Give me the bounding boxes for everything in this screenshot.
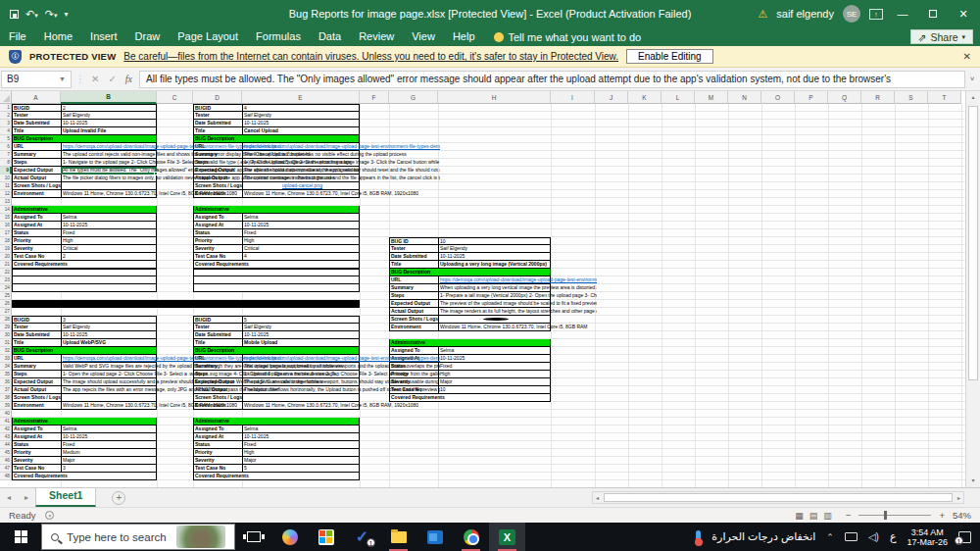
sheet-row[interactable] bbox=[12, 410, 157, 418]
language-indicator[interactable]: ع bbox=[890, 530, 897, 543]
sheet-row[interactable]: EnvironmentWindows 11 Home, Chrome 130.0… bbox=[389, 324, 551, 331]
name-box[interactable]: B9▼ bbox=[1, 71, 72, 88]
row-header-14[interactable]: 14 bbox=[0, 206, 12, 214]
sheet-row[interactable]: SeverityCritical bbox=[12, 245, 157, 253]
column-header-H[interactable]: H bbox=[438, 91, 551, 104]
screenshot-link[interactable]: upload-cancel.png bbox=[282, 182, 322, 188]
sheet-row[interactable]: Administrative bbox=[12, 206, 157, 214]
sheet-row[interactable]: Expected OutputThe image should upload s… bbox=[12, 378, 157, 386]
sheet-row[interactable]: URLhttps://demoqa.com/upload-download/im… bbox=[389, 276, 551, 284]
start-button[interactable] bbox=[0, 523, 41, 551]
sheet-row[interactable]: Assigned At10-11-2025 bbox=[193, 222, 360, 229]
row-header-45[interactable]: 45 bbox=[0, 449, 12, 457]
sheet-row[interactable] bbox=[193, 284, 360, 292]
value-cell[interactable]: Mobile Upload bbox=[243, 339, 361, 346]
sheet-row[interactable]: Assigned At10-11-2025 bbox=[193, 433, 360, 441]
value-cell[interactable]: Uploading a very long image (Vertical 20… bbox=[439, 261, 552, 268]
value-cell[interactable]: Major bbox=[243, 457, 361, 464]
sheet-row[interactable]: EnvironmentWindows 11 Home, Chrome 130.0… bbox=[12, 402, 157, 410]
sheet-row[interactable]: Covered Requirements bbox=[193, 261, 360, 269]
value-cell[interactable]: Fixed bbox=[243, 441, 361, 448]
sheet-row[interactable]: Screen Shots / Logs bbox=[389, 316, 551, 324]
sheet-row[interactable]: TesterSaif Elgendy bbox=[193, 112, 360, 120]
value-cell[interactable]: The preview of the uploaded image should… bbox=[439, 300, 552, 307]
row-header-34[interactable]: 34 bbox=[0, 363, 12, 371]
row-header-24[interactable]: 24 bbox=[0, 284, 12, 292]
row-header-13[interactable]: 13 bbox=[0, 198, 12, 206]
zoom-level[interactable]: 54% bbox=[953, 510, 971, 521]
row-header-29[interactable]: 29 bbox=[0, 324, 12, 331]
value-cell[interactable]: Selma bbox=[439, 347, 552, 354]
restore-button[interactable] bbox=[922, 8, 944, 20]
column-header-P[interactable]: P bbox=[795, 91, 828, 104]
chrome-button[interactable] bbox=[453, 523, 489, 551]
sheet-row[interactable]: BUGID5 bbox=[193, 316, 360, 324]
value-cell[interactable]: Critical bbox=[243, 245, 361, 252]
vertical-scrollbar[interactable]: ▴ ▾ bbox=[965, 91, 980, 487]
sheet-row[interactable]: BUG Description bbox=[193, 135, 360, 143]
row-header-44[interactable]: 44 bbox=[0, 441, 12, 449]
column-header-T[interactable]: T bbox=[928, 91, 961, 104]
tab-page-layout[interactable]: Page Layout bbox=[169, 27, 247, 46]
value-cell[interactable]: The image should upload successfully and… bbox=[62, 378, 158, 385]
sheet-row[interactable] bbox=[12, 276, 157, 284]
sheet-row[interactable]: Actual OutputThe app rejects the files w… bbox=[12, 386, 157, 394]
sheet-row[interactable]: BUG ID10 bbox=[389, 237, 551, 245]
row-header-27[interactable]: 27 bbox=[0, 308, 12, 316]
value-cell[interactable] bbox=[62, 394, 158, 401]
search-highlight-image[interactable] bbox=[176, 526, 225, 548]
sheet-row[interactable] bbox=[12, 284, 157, 292]
column-header-F[interactable]: F bbox=[360, 91, 389, 104]
value-cell[interactable]: The upload should stop immediately, the … bbox=[243, 167, 361, 174]
value-cell[interactable]: 10-11-2025 bbox=[243, 331, 361, 338]
value-cell[interactable]: 10 bbox=[439, 238, 552, 244]
row-header-10[interactable]: 10 bbox=[0, 175, 12, 182]
sheet-row[interactable]: Assigned ToSelma bbox=[12, 426, 157, 433]
value-cell[interactable]: 10-11-2025 bbox=[243, 120, 361, 126]
value-cell[interactable]: Medium bbox=[62, 449, 158, 456]
sheet-row[interactable]: PriorityHigh bbox=[12, 237, 157, 245]
value-cell[interactable]: 1- Open the upload page 2- Click Choose … bbox=[62, 371, 158, 377]
value-cell[interactable]: The layout overflows horizontally, the U… bbox=[243, 386, 361, 393]
sheet-row[interactable]: Test Case No2 bbox=[12, 253, 157, 261]
sheet-row[interactable]: Steps1- Open the upload page 2- Click Ch… bbox=[12, 371, 157, 378]
value-cell[interactable]: Major bbox=[62, 457, 158, 464]
sheet-row[interactable]: StatusFixed bbox=[12, 229, 157, 237]
value-cell[interactable]: Saif Elgendy bbox=[243, 112, 361, 119]
sheet-row[interactable]: TitleMobile Upload bbox=[193, 339, 360, 347]
sheet-row[interactable] bbox=[12, 198, 157, 206]
column-header-Q[interactable]: Q bbox=[828, 91, 861, 104]
select-all-corner[interactable] bbox=[0, 91, 12, 104]
sheet-row[interactable]: URLhttps://demoqa.com/upload-download/im… bbox=[12, 143, 157, 151]
value-cell[interactable]: The image renders at its full height, th… bbox=[439, 308, 552, 315]
sheet-row[interactable]: Actual OutputThe image renders at its fu… bbox=[389, 308, 551, 316]
value-cell[interactable]: 1- Navigate to the upload page 2- Click … bbox=[62, 159, 158, 166]
value-cell[interactable]: Saif Elgendy bbox=[243, 324, 361, 330]
account-name[interactable]: saif elgendy bbox=[776, 8, 834, 20]
value-cell[interactable]: Critical bbox=[62, 245, 158, 252]
horizontal-scrollbar[interactable]: ◂ ▸ bbox=[592, 491, 964, 504]
value-cell[interactable]: 10-11-2025 bbox=[243, 222, 361, 228]
share-button[interactable]: ⇗ Share ▾ bbox=[910, 29, 973, 44]
column-header-D[interactable]: D bbox=[193, 91, 242, 104]
confirm-entry-icon[interactable]: ✓ bbox=[108, 74, 116, 84]
value-cell[interactable]: 5 bbox=[243, 465, 361, 472]
value-cell[interactable]: High bbox=[243, 449, 361, 456]
tab-draw[interactable]: Draw bbox=[126, 27, 170, 46]
sheet-row[interactable]: PriorityHigh bbox=[193, 237, 360, 245]
value-cell[interactable]: upload-cancel.png bbox=[243, 182, 361, 189]
touch-keyboard-icon[interactable] bbox=[845, 532, 858, 541]
value-cell[interactable]: 10-11-2025 bbox=[243, 433, 361, 440]
sheet-row[interactable] bbox=[193, 410, 360, 418]
value-cell[interactable]: Saif Elgendy bbox=[62, 324, 158, 330]
row-header-3[interactable]: 3 bbox=[0, 120, 12, 127]
sheet-row[interactable]: Assigned At10-11-2025 bbox=[12, 222, 157, 229]
sheet-row[interactable]: Actual OutputThe file picker dialog filt… bbox=[12, 175, 157, 182]
sheet-row[interactable]: Assigned ToSelma bbox=[389, 347, 551, 355]
customize-qat-icon[interactable]: ▾ bbox=[64, 10, 68, 19]
sheet-row[interactable]: Screen Shots / Logs bbox=[12, 394, 157, 402]
row-header-43[interactable]: 43 bbox=[0, 433, 12, 441]
zoom-slider-thumb[interactable] bbox=[884, 511, 887, 520]
sheet-row[interactable]: PriorityMedium bbox=[12, 449, 157, 457]
horizontal-scroll-thumb[interactable] bbox=[604, 493, 953, 502]
